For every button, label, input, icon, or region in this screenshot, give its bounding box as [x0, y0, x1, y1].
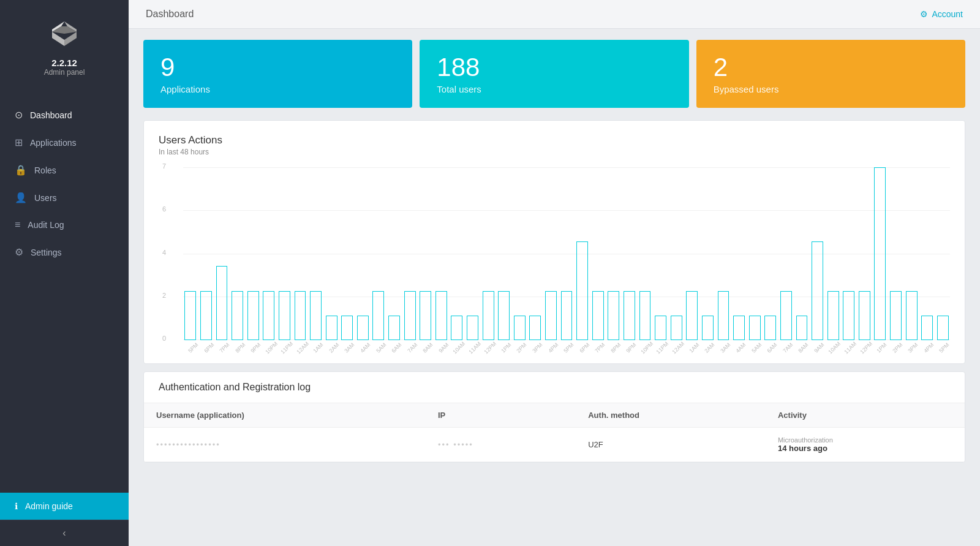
- sidebar-item-applications[interactable]: ⊞ Applications: [0, 129, 129, 156]
- bar: [216, 266, 228, 340]
- sidebar-item-audit-log[interactable]: ≡ Audit Log: [0, 211, 129, 238]
- sidebar-item-roles[interactable]: 🔒 Roles: [0, 156, 129, 184]
- bar: [326, 316, 337, 340]
- bar-group: [434, 167, 449, 340]
- x-axis-label: 11AM: [467, 340, 483, 355]
- x-axis-label: 12AM: [671, 340, 686, 355]
- x-axis-label: 12PM: [483, 340, 498, 355]
- app-logo: [49, 18, 80, 49]
- bar-group: [512, 167, 527, 340]
- x-axis-label: 1PM: [499, 340, 514, 355]
- sidebar-item-label: Users: [34, 193, 57, 203]
- bar: [467, 316, 478, 340]
- applications-label: Applications: [160, 84, 395, 94]
- bar: [357, 316, 369, 340]
- log-table-header-row: Username (application) IP Auth. method A…: [144, 403, 965, 428]
- x-axis-label: 1AM: [686, 340, 701, 355]
- x-axis-label: 4PM: [921, 340, 936, 355]
- bar-group: [701, 167, 715, 340]
- bar: [796, 316, 808, 340]
- sidebar-item-users[interactable]: 👤 Users: [0, 184, 129, 211]
- bar: [843, 291, 854, 341]
- x-axis-label: 2AM: [702, 340, 717, 355]
- col-auth-method: Auth. method: [576, 403, 766, 428]
- x-axis-label: 11PM: [279, 340, 295, 355]
- bar-group: [402, 167, 417, 340]
- sidebar-item-label: Audit Log: [28, 220, 64, 230]
- bar-group: [544, 167, 559, 340]
- total-users-label: Total users: [437, 84, 671, 94]
- bar-group: [858, 167, 872, 340]
- bar-group: [716, 167, 731, 340]
- account-label: Account: [932, 9, 963, 19]
- x-axis-label: 3PM: [905, 340, 921, 355]
- bar-group: [559, 167, 574, 340]
- account-button[interactable]: ⚙ Account: [920, 9, 963, 19]
- bar: [906, 291, 918, 341]
- bar: [561, 291, 573, 341]
- x-axis-label: 2PM: [514, 340, 529, 355]
- bar: [608, 291, 619, 341]
- total-users-count: 188: [437, 53, 671, 82]
- bar-group: [873, 167, 888, 340]
- y-axis-label: 0: [162, 335, 166, 342]
- x-axis-label: 8PM: [608, 340, 624, 355]
- users-icon: 👤: [15, 192, 27, 203]
- bar-group: [481, 167, 496, 340]
- audit-log-icon: ≡: [15, 219, 20, 230]
- cell-ip: ••• •••••: [426, 428, 576, 462]
- bar: [874, 167, 886, 340]
- bar: [812, 241, 823, 340]
- bar-group: [842, 167, 856, 340]
- sidebar-item-label: Dashboard: [30, 110, 72, 120]
- bar: [232, 291, 243, 341]
- x-axis-label: 6PM: [576, 340, 592, 355]
- admin-guide-item[interactable]: ℹ Admin guide: [0, 493, 129, 520]
- x-axis-label: 6AM: [764, 340, 780, 355]
- stat-card-applications[interactable]: 9 Applications: [143, 40, 412, 108]
- y-axis-label: 4: [162, 249, 166, 256]
- logo-area: 2.2.12 Admin panel: [0, 0, 129, 89]
- bar-group: [810, 167, 825, 340]
- x-axis-label: 5PM: [186, 340, 201, 355]
- x-axis-label: 12AM: [295, 340, 311, 355]
- sidebar-item-settings[interactable]: ⚙ Settings: [0, 238, 129, 266]
- bar-group: [356, 167, 371, 340]
- bars-container: [183, 167, 950, 340]
- dashboard-icon: ⊙: [15, 109, 23, 121]
- bar: [295, 291, 306, 341]
- bar: [263, 291, 274, 341]
- account-gear-icon: ⚙: [920, 9, 928, 19]
- bar: [859, 291, 870, 341]
- bar: [718, 291, 729, 341]
- bar-group: [889, 167, 903, 340]
- x-axis-label: 5AM: [748, 340, 764, 355]
- sidebar-item-dashboard[interactable]: ⊙ Dashboard: [0, 101, 129, 129]
- x-axis-label: 4PM: [545, 340, 560, 355]
- x-axis-label: 7PM: [592, 340, 608, 355]
- bar-group: [246, 167, 260, 340]
- bar-group: [450, 167, 464, 340]
- bar: [624, 291, 635, 341]
- stats-row: 9 Applications 188 Total users 2 Bypasse…: [129, 29, 980, 115]
- y-axis-label: 2: [162, 292, 166, 299]
- applications-count: 9: [160, 53, 395, 82]
- bar: [749, 316, 761, 340]
- col-username: Username (application): [144, 403, 426, 428]
- stat-card-total-users[interactable]: 188 Total users: [420, 40, 688, 108]
- bar-group: [371, 167, 386, 340]
- bar-group: [183, 167, 198, 340]
- sidebar-collapse-button[interactable]: ‹: [0, 520, 129, 546]
- sidebar-item-label: Settings: [31, 248, 62, 257]
- x-axis-label: 10AM: [827, 340, 842, 355]
- bypassed-users-label: Bypassed users: [714, 84, 948, 94]
- x-axis-label: 2PM: [889, 340, 905, 355]
- bar: [827, 291, 839, 341]
- bar: [702, 316, 714, 340]
- table-row: •••••••••••••••• ••• ••••• U2F Microauth…: [144, 428, 965, 462]
- x-axis-label: 1PM: [874, 340, 889, 355]
- bar: [498, 291, 510, 341]
- col-activity: Activity: [766, 403, 965, 428]
- x-axis-label: 9AM: [812, 340, 827, 355]
- stat-card-bypassed-users[interactable]: 2 Bypassed users: [696, 40, 965, 108]
